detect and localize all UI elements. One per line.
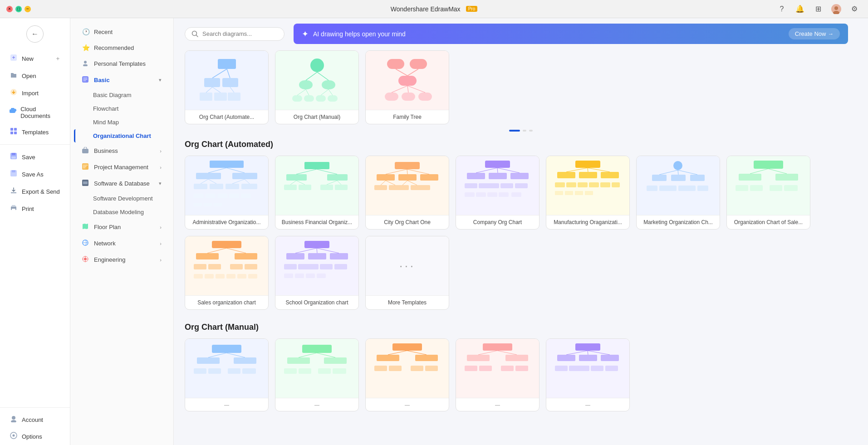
minimize-button[interactable]: − [25, 6, 31, 12]
featured-thumb-org-manual [275, 51, 358, 110]
panel-sub-basic-diagram[interactable]: Basic Diagram [74, 88, 170, 102]
template-card-biz-fin[interactable]: Business Financial Organiz... [275, 156, 359, 230]
featured-label-org-manual: Org Chart (Manual) [275, 110, 358, 124]
settings-icon-btn[interactable]: ⚙ [847, 2, 862, 16]
create-now-button[interactable]: Create Now → [789, 28, 840, 39]
svg-point-1 [834, 6, 838, 10]
sidebar-item-templates[interactable]: Templates [3, 124, 67, 140]
layout-icon-btn[interactable]: ⊞ [811, 2, 825, 16]
svg-line-43 [212, 87, 221, 93]
svg-rect-256 [577, 366, 589, 371]
panel-sub-db-model[interactable]: Database Modeling [74, 205, 170, 219]
svg-rect-52 [316, 95, 326, 102]
svg-line-169 [750, 169, 768, 174]
svg-rect-162 [666, 186, 677, 191]
svg-rect-171 [736, 185, 748, 191]
template-card-manual-1[interactable]: — [185, 338, 269, 411]
template-card-more[interactable]: ··· More Templates [365, 236, 449, 310]
panel-category-floor[interactable]: Floor Plan › [74, 219, 170, 235]
svg-rect-230 [377, 355, 399, 361]
panel-category-network[interactable]: Network › [74, 235, 170, 251]
panel-category-project[interactable]: Project Management › [74, 159, 170, 175]
close-button[interactable]: × [6, 6, 13, 12]
panel-category-engineering-label: Engineering [94, 256, 125, 263]
svg-rect-86 [241, 194, 251, 198]
svg-rect-154 [652, 175, 667, 181]
template-card-sale-org[interactable]: Organization Chart of Sale... [726, 156, 810, 230]
svg-rect-173 [770, 185, 782, 191]
svg-rect-50 [292, 95, 302, 102]
maximize-button[interactable]: □ [15, 6, 22, 12]
panel-sub-mindmap[interactable]: Mind Map [74, 116, 170, 129]
svg-rect-29 [84, 185, 87, 186]
svg-rect-155 [671, 175, 686, 181]
svg-rect-187 [230, 264, 243, 269]
featured-card-org-manual[interactable]: Org Chart (Manual) [275, 50, 359, 124]
help-icon-btn[interactable]: ? [775, 2, 789, 16]
sidebar-item-new[interactable]: + New ＋ [3, 50, 67, 67]
template-card-manual-2[interactable]: — [275, 338, 359, 411]
svg-rect-82 [194, 194, 204, 198]
sidebar-item-saveas[interactable]: Save As [3, 166, 67, 182]
svg-rect-177 [758, 196, 768, 200]
template-card-manual-4[interactable]: — [456, 338, 539, 411]
template-card-company-org[interactable]: Company Org Chart [456, 156, 539, 230]
template-card-manufacturing[interactable]: Manufacturing Oraganizati... [546, 156, 630, 230]
svg-rect-65 [418, 93, 432, 101]
svg-rect-85 [229, 194, 239, 198]
svg-rect-204 [306, 264, 319, 269]
svg-rect-90 [304, 162, 329, 169]
user-icon-btn[interactable] [829, 2, 843, 16]
thumb-sale-org [727, 156, 810, 215]
svg-line-215 [226, 353, 245, 357]
thumb-admin-org [185, 156, 268, 215]
svg-line-200 [317, 248, 317, 253]
panel-category-software[interactable]: Software & Database ▾ [74, 176, 170, 191]
sidebar-item-export[interactable]: Export & Send [3, 183, 67, 200]
svg-line-199 [295, 248, 317, 253]
template-card-school-org[interactable]: School Organization chart [275, 236, 359, 310]
search-input[interactable] [202, 30, 275, 37]
ai-banner: ✦ AI drawing helps open your mind Create… [294, 24, 848, 44]
svg-line-141 [588, 168, 588, 172]
svg-line-72 [208, 168, 226, 173]
panel-category-business[interactable]: Business › [74, 143, 170, 159]
featured-card-org-auto[interactable]: Org Chart (Automate... [185, 50, 269, 124]
template-card-manual-3[interactable]: — [365, 338, 449, 411]
featured-card-family-tree[interactable]: Family Tree [365, 50, 449, 124]
panel-category-basic[interactable]: Basic ▾ [74, 72, 170, 88]
template-card-admin-org[interactable]: Administrative Organizatio... [185, 156, 269, 230]
sidebar-item-open[interactable]: Open [3, 68, 67, 84]
template-card-manual-5[interactable]: — [546, 338, 630, 411]
svg-rect-222 [324, 357, 347, 364]
sidebar-item-cloud[interactable]: Cloud Documents [3, 102, 67, 123]
label-manual-3: — [366, 398, 449, 411]
panel-sub-sw-dev[interactable]: Software Development [74, 192, 170, 205]
template-card-city-org[interactable]: City Org Chart One [365, 156, 449, 230]
panel-item-personal[interactable]: Personal Templates [74, 56, 170, 72]
svg-rect-165 [697, 186, 708, 191]
svg-rect-92 [327, 174, 348, 181]
sidebar-item-print[interactable]: Print [3, 200, 67, 217]
sidebar-item-import[interactable]: Import [3, 85, 67, 101]
svg-line-48 [306, 72, 317, 80]
panel-item-recommended[interactable]: ⭐ Recommended [74, 40, 170, 55]
panel-category-engineering[interactable]: Engineering › [74, 252, 170, 268]
panel-sub-flowchart[interactable]: Flowchart [74, 102, 170, 115]
search-box[interactable] [185, 27, 284, 41]
notifications-icon-btn[interactable]: 🔔 [793, 2, 807, 16]
sidebar-item-options[interactable]: Options [3, 428, 67, 445]
panel-item-recent[interactable]: 🕐 Recent [74, 24, 170, 39]
svg-rect-175 [736, 196, 745, 200]
svg-line-233 [407, 351, 427, 355]
template-card-sales-org[interactable]: Sales organization chart [185, 236, 269, 310]
thumb-school-org [275, 236, 358, 295]
panel-sub-org-chart[interactable]: Organizational Chart [74, 129, 170, 142]
svg-rect-206 [334, 264, 347, 269]
sidebar-item-account[interactable]: Account [3, 411, 67, 428]
template-card-marketing-org[interactable]: Marketing Organization Ch... [636, 156, 720, 230]
svg-rect-14 [12, 170, 15, 172]
back-button[interactable]: ← [26, 25, 44, 43]
sidebar-item-import-label: Import [22, 90, 39, 97]
sidebar-item-save[interactable]: Save [3, 149, 67, 165]
